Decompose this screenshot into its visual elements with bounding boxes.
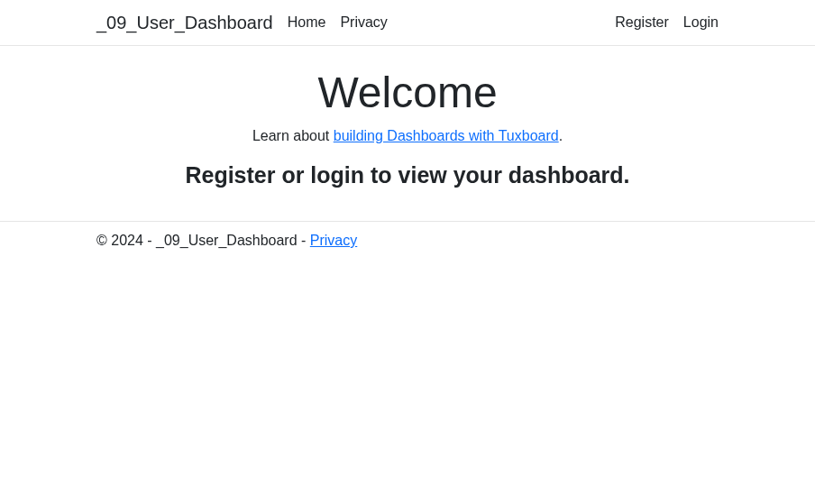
brand-link[interactable]: _09_User_Dashboard xyxy=(96,13,273,33)
nav-privacy[interactable]: Privacy xyxy=(340,7,387,38)
nav-home[interactable]: Home xyxy=(288,7,326,38)
learn-suffix: . xyxy=(559,128,563,143)
learn-prefix: Learn about xyxy=(252,128,334,143)
footer: © 2024 - _09_User_Dashboard - Privacy xyxy=(0,221,815,260)
footer-copyright: © 2024 - _09_User_Dashboard - xyxy=(96,233,310,248)
navbar-right: Register Login xyxy=(615,7,719,38)
welcome-subtitle: Learn about building Dashboards with Tux… xyxy=(83,128,732,144)
learn-link[interactable]: building Dashboards with Tuxboard xyxy=(334,128,559,143)
dashboard-heading: Register or login to view your dashboard… xyxy=(83,162,732,188)
footer-privacy-link[interactable]: Privacy xyxy=(310,233,357,248)
main-content: Welcome Learn about building Dashboards … xyxy=(0,46,815,206)
nav-register[interactable]: Register xyxy=(615,7,669,38)
nav-links-left: Home Privacy xyxy=(288,7,388,38)
navbar: _09_User_Dashboard Home Privacy Register… xyxy=(0,0,815,46)
page-title: Welcome xyxy=(83,68,732,117)
footer-text: © 2024 - _09_User_Dashboard - Privacy xyxy=(96,233,357,248)
navbar-left: _09_User_Dashboard Home Privacy xyxy=(96,7,388,38)
nav-login[interactable]: Login xyxy=(683,7,719,38)
